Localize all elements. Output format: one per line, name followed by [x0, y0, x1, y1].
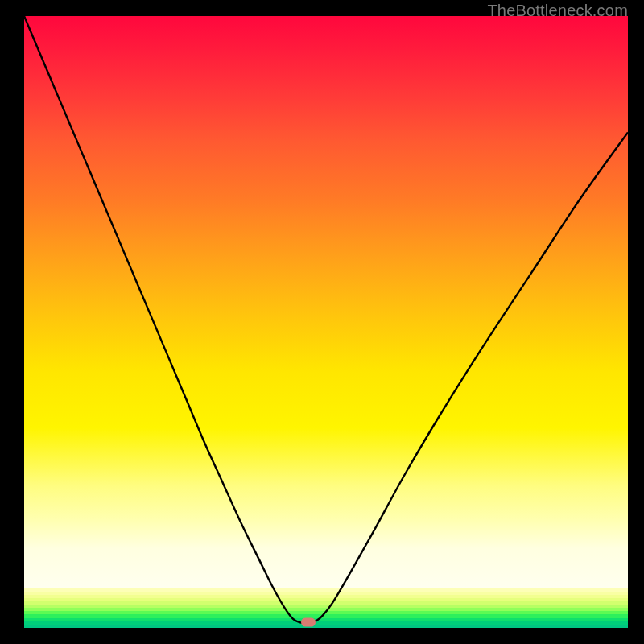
bottleneck-curve [24, 16, 628, 628]
plot-area [24, 16, 628, 628]
chart-stage: TheBottleneck.com [0, 0, 644, 644]
notch-marker [301, 618, 316, 627]
